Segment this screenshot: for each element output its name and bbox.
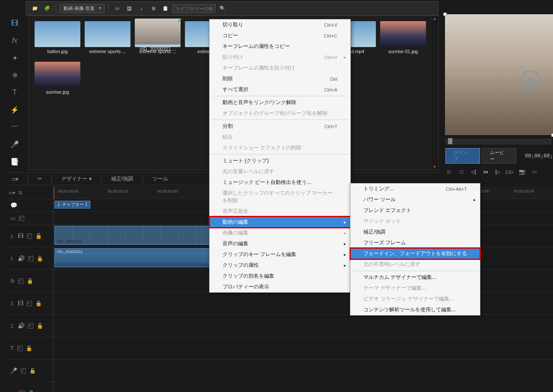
cm-edit-alias[interactable]: クリップの別名を編集	[210, 271, 350, 281]
sidebar-transition-icon[interactable]: ⚡	[9, 104, 21, 116]
prev-frame-icon[interactable]: ◁|	[470, 168, 477, 176]
lock-icon[interactable]: 🔓	[29, 368, 36, 374]
cm-split[interactable]: 分割Ctrl+T	[210, 121, 350, 132]
track-visible-toggle[interactable]	[18, 278, 23, 284]
lock-icon[interactable]: 🔓	[28, 390, 35, 392]
step-back-icon[interactable]: ⏮	[482, 168, 489, 176]
media-scrollbar[interactable]	[432, 16, 438, 170]
cm-mute-clip[interactable]: ミュート (クリップ)	[210, 155, 350, 166]
track-visible-toggle[interactable]	[17, 346, 22, 351]
search-icon[interactable]: 🔍	[217, 3, 228, 14]
sidebar-title-icon[interactable]: T	[9, 86, 21, 98]
lock-icon[interactable]: 🔓	[35, 300, 42, 307]
cm-power-tool[interactable]: パワー ツール	[350, 194, 480, 205]
fast-fwd-icon[interactable]: ▷▷	[506, 168, 514, 176]
cm-show-properties[interactable]: プロパティーの表示	[210, 281, 350, 292]
snap-icon[interactable]: ⇥	[10, 175, 22, 183]
track-audible-toggle[interactable]	[19, 391, 25, 392]
cm-remove-markers: 選択したクリップのすべてのクリップ マーカーを削除	[210, 188, 350, 206]
library-search-input[interactable]	[172, 4, 216, 13]
chapter-marker[interactable]: 1. チャプター 1	[54, 201, 90, 209]
correction-button[interactable]: 補正/強調	[108, 174, 137, 183]
cm-collage-designer: ビデオ コラージュ デザイナーで編集...	[350, 294, 480, 304]
step-fwd-icon[interactable]: |▷	[494, 168, 502, 176]
ripple-icon[interactable]: ⇆	[18, 190, 22, 196]
video-clip[interactable]: VID_20200321	[54, 226, 210, 245]
comment-track-icon[interactable]: 💬	[10, 202, 17, 209]
track-visible-toggle[interactable]	[19, 216, 24, 221]
media-type-dropdown[interactable]: 動画·画像·音楽	[60, 4, 105, 13]
snapshot-icon[interactable]: 📷	[518, 168, 526, 176]
lock-icon[interactable]: 🔓	[37, 323, 43, 329]
cm-fix-enhance[interactable]: 補正/強調	[350, 227, 480, 237]
track-audible-toggle[interactable]	[21, 368, 26, 373]
cm-theme-designer: テーマ デザイナーで編集...	[350, 283, 480, 294]
designer-dropdown[interactable]: デザイナー ▾	[58, 174, 95, 183]
track-visible-toggle[interactable]	[27, 301, 32, 306]
add-marker-icon[interactable]: +	[521, 70, 540, 89]
cm-link-unlink[interactable]: 動画と音声をリンク/リンク解除	[210, 97, 350, 108]
plugin-icon[interactable]: 🧩	[42, 3, 52, 14]
preview-viewport[interactable]: +	[445, 14, 553, 135]
audio-track-icon: 🔊	[18, 322, 25, 329]
import-icon[interactable]: 📁	[30, 3, 40, 14]
cm-freeze-frame[interactable]: フリーズ フレーム	[350, 237, 480, 248]
cm-multicam-designer[interactable]: マルチカム デザイナーで編集...	[350, 272, 480, 283]
tool-button[interactable]: ツール	[149, 174, 172, 183]
play-icon[interactable]: ▷	[445, 168, 453, 176]
view-list-icon[interactable]: 📋	[160, 3, 171, 14]
lock-icon[interactable]: 🔓	[26, 345, 32, 351]
track-audible-toggle[interactable]	[28, 256, 33, 261]
sidebar-audio-icon[interactable]: 〰	[9, 121, 21, 133]
cm-clip-attributes[interactable]: クリップの属性	[210, 260, 350, 271]
cm-edit-video[interactable]: 動画の編集	[210, 217, 350, 228]
music-track-icon: ♪♪	[10, 390, 16, 392]
media-item[interactable]: ballon.jpg	[34, 21, 81, 54]
master-track-icon[interactable]: ▭	[10, 215, 16, 221]
stop-icon[interactable]: □	[458, 168, 465, 176]
track-visible-toggle[interactable]	[27, 234, 32, 239]
sidebar-fx-icon[interactable]: fx	[9, 35, 21, 47]
cm-edit-keyframes[interactable]: クリップのキー フレームを編集	[210, 249, 350, 260]
cm-trimming[interactable]: トリミング...Ctrl+Alt+T	[350, 183, 480, 194]
view-image-icon[interactable]: 🖼	[124, 3, 134, 14]
voice-track-icon: 🎤	[10, 367, 17, 374]
cm-select-all[interactable]: すべて選択Ctrl+A	[210, 84, 350, 95]
cut-tool-icon[interactable]: ✂	[34, 175, 45, 183]
media-label: sunrise.jpg	[46, 89, 69, 95]
tab-movie[interactable]: ムービー	[482, 148, 516, 164]
marker-icon[interactable]: ▭▾	[9, 190, 16, 196]
cm-enable-fade[interactable]: フェードイン、フェードアウトを有効にする	[350, 248, 480, 259]
video-track-icon: 🎞	[18, 233, 23, 239]
sidebar-mic-icon[interactable]: 🎤	[9, 138, 21, 150]
sidebar-overlay-icon[interactable]: ✦	[9, 52, 21, 64]
cm-blend-effect[interactable]: ブレンド エフェクト	[350, 205, 480, 216]
lock-icon[interactable]: 🔓	[37, 256, 43, 262]
cm-cut[interactable]: 切り取りCtrl+X	[210, 19, 350, 30]
sidebar-chapter-icon[interactable]: 📑	[9, 155, 21, 168]
cm-normalize-audio: 音声正規化	[210, 206, 350, 217]
preview-slider[interactable]	[445, 139, 552, 145]
media-item[interactable]: VID_20200321....	[134, 19, 181, 95]
settings-icon[interactable]: ▭	[530, 168, 538, 176]
cm-copy[interactable]: コピーCtrl+C	[210, 30, 350, 41]
media-item[interactable]: sunrise.jpg	[34, 62, 81, 95]
view-large-icon[interactable]: ▭	[112, 3, 122, 14]
lock-icon[interactable]: 🔓	[27, 278, 33, 284]
cm-copy-keyframe-attrs[interactable]: キーフレームの属性をコピー	[210, 41, 350, 52]
media-item[interactable]: sunrise 01.jpg	[379, 21, 427, 54]
track-audible-toggle[interactable]	[28, 323, 33, 329]
media-item[interactable]: extreme sports ...	[84, 21, 131, 54]
cm-content-analyzer[interactable]: コンテンツ解析ツールを使用して編集...	[350, 304, 480, 315]
cm-edit-audio[interactable]: 音声の編集	[210, 238, 350, 249]
tab-clip[interactable]: クリップ	[445, 148, 480, 164]
cm-paste: 貼り付けCtrl+V	[210, 52, 350, 63]
sidebar-particle-icon[interactable]: ❄	[9, 69, 21, 81]
lock-icon[interactable]: 🔓	[35, 233, 42, 239]
audio-clip[interactable]: VID_20200321	[54, 248, 210, 267]
view-music-icon[interactable]: ♪	[136, 3, 146, 14]
view-grid-icon[interactable]: ⊞	[148, 3, 159, 14]
cm-beat-detect[interactable]: ミュージック ビート自動検出を使う...	[210, 177, 350, 188]
sidebar-media-icon[interactable]: 🎞	[9, 17, 21, 29]
cm-delete[interactable]: 削除Del	[210, 73, 350, 84]
